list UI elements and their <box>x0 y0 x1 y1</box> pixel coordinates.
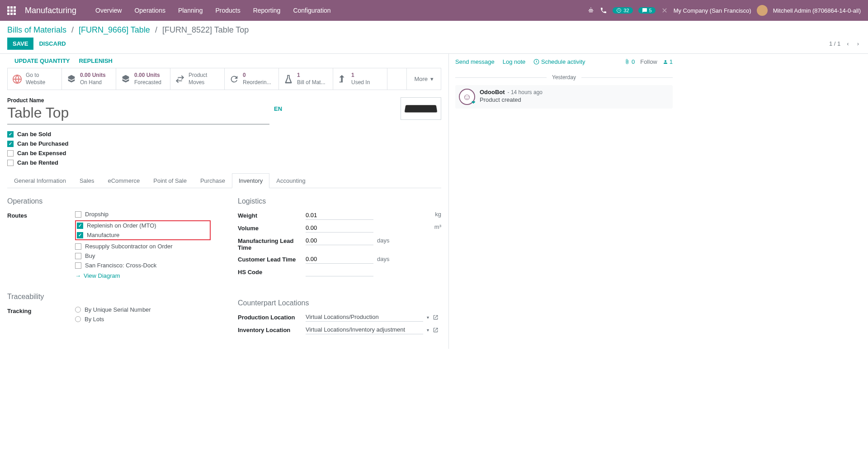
tab-purchase[interactable]: Purchase <box>193 173 232 188</box>
nav-menu: Overview Operations Planning Products Re… <box>90 3 336 18</box>
chk-mto[interactable] <box>77 223 83 229</box>
breadcrumb-mid[interactable]: [FURN_9666] Table <box>79 25 150 34</box>
radio-serial[interactable] <box>75 307 81 313</box>
stat-forecast[interactable]: 0.00 UnitsForecasted <box>116 68 170 90</box>
stat-bom[interactable]: 1Bill of Mat... <box>279 68 333 90</box>
chk-dropship[interactable] <box>75 211 81 218</box>
chk-resupply[interactable] <box>75 243 81 250</box>
tab-sales[interactable]: Sales <box>73 173 101 188</box>
replenish-button[interactable]: REPLENISH <box>79 57 113 64</box>
external-link-icon[interactable] <box>433 327 439 333</box>
form-tabs: General Information Sales eCommerce Poin… <box>7 173 441 188</box>
tab-general[interactable]: General Information <box>7 173 73 188</box>
follow-button[interactable]: Follow <box>640 58 657 65</box>
close-tray-icon[interactable] <box>661 7 668 14</box>
chat-count: 5 <box>649 8 652 13</box>
arrow-right-icon: → <box>75 272 81 279</box>
stat-onhand[interactable]: 0.00 UnitsOn Hand <box>62 68 116 90</box>
language-badge[interactable]: EN <box>274 105 282 112</box>
message-author: OdooBot <box>480 89 505 95</box>
message-content: Product created <box>480 96 669 103</box>
hs-input[interactable] <box>306 267 373 276</box>
pager-prev[interactable]: ‹ <box>845 38 850 49</box>
chatter-actions: Send message Log note Schedule activity … <box>455 58 673 70</box>
chat-badge[interactable]: 5 <box>638 7 656 14</box>
inventory-tab-content: Operations Routes Dropship Replenish on … <box>7 197 441 338</box>
action-row: UPDATE QUANTITY REPLENISH <box>7 54 441 68</box>
product-name-input[interactable] <box>7 104 269 124</box>
control-panel: Bills of Materials / [FURN_9666] Table /… <box>0 21 868 54</box>
phone-icon[interactable] <box>600 7 607 14</box>
timer-count: 32 <box>623 8 629 13</box>
attachment-count[interactable]: 0 <box>624 58 635 65</box>
tracking-label: Tracking <box>7 306 75 314</box>
stat-reorder[interactable]: 0Reorderin... <box>225 68 279 90</box>
cubes-icon <box>121 74 131 84</box>
tab-inventory[interactable]: Inventory <box>232 173 269 188</box>
discard-button[interactable]: DISCARD <box>33 38 71 50</box>
apps-icon[interactable] <box>7 6 16 15</box>
chk-manufacture[interactable] <box>77 232 83 238</box>
chk-crossdock[interactable] <box>75 262 81 269</box>
follower-count[interactable]: 1 <box>663 58 673 65</box>
stat-more[interactable]: More ▾ <box>406 68 441 90</box>
tab-pos[interactable]: Point of Sale <box>146 173 193 188</box>
bug-icon[interactable] <box>587 7 594 14</box>
pager-next[interactable]: › <box>855 38 861 49</box>
user-name[interactable]: Mitchell Admin (8706864-14-0-all) <box>773 7 861 14</box>
radio-lots[interactable] <box>75 316 81 322</box>
breadcrumb-root[interactable]: Bills of Materials <box>7 25 66 34</box>
log-note-button[interactable]: Log note <box>503 58 526 65</box>
chevron-down-icon: ▾ <box>430 76 434 82</box>
stat-moves[interactable]: ProductMoves <box>170 68 225 90</box>
timer-badge[interactable]: 32 <box>613 7 632 14</box>
mlt-input[interactable] <box>306 236 373 245</box>
schedule-activity-button[interactable]: Schedule activity <box>533 58 585 65</box>
chk-sold[interactable] <box>7 131 14 138</box>
weight-input[interactable] <box>306 211 373 220</box>
topnav-right: 32 5 My Company (San Francisco) Mitchell… <box>587 5 861 16</box>
traceability-title: Traceability <box>7 293 211 301</box>
external-link-icon[interactable] <box>433 314 439 320</box>
nav-overview[interactable]: Overview <box>90 3 127 18</box>
main-split: UPDATE QUANTITY REPLENISH Go toWebsite 0… <box>0 54 868 349</box>
nav-planning[interactable]: Planning <box>173 3 208 18</box>
globe-icon <box>12 74 22 84</box>
nav-products[interactable]: Products <box>210 3 245 18</box>
product-image[interactable] <box>401 97 441 120</box>
counterpart-title: Counterpart Locations <box>238 299 441 307</box>
chevron-down-icon[interactable]: ▾ <box>427 328 429 332</box>
clt-input[interactable] <box>306 255 373 264</box>
user-avatar[interactable] <box>757 5 768 16</box>
chevron-down-icon[interactable]: ▾ <box>427 315 429 320</box>
stat-usedin[interactable]: 1Used In <box>333 68 387 90</box>
nav-operations[interactable]: Operations <box>129 3 170 18</box>
save-button[interactable]: SAVE <box>7 38 33 50</box>
routes-label: Routes <box>7 211 75 219</box>
message-item: ☺ OdooBot - 14 hours ago Product created <box>455 85 673 109</box>
top-navbar: Manufacturing Overview Operations Planni… <box>0 0 868 21</box>
operations-col: Operations Routes Dropship Replenish on … <box>7 197 211 338</box>
stat-buttons: Go toWebsite 0.00 UnitsOn Hand 0.00 Unit… <box>7 68 441 90</box>
volume-input[interactable] <box>306 223 373 233</box>
inventory-location-select[interactable] <box>306 325 423 334</box>
breadcrumb-current: [FURN_8522] Table Top <box>162 25 249 34</box>
app-title: Manufacturing <box>25 6 76 15</box>
product-name-label: Product Name <box>7 97 441 104</box>
nav-configuration[interactable]: Configuration <box>288 3 336 18</box>
stat-website[interactable]: Go toWebsite <box>8 68 62 90</box>
tab-ecommerce[interactable]: eCommerce <box>101 173 146 188</box>
update-quantity-button[interactable]: UPDATE QUANTITY <box>14 57 70 64</box>
nav-reporting[interactable]: Reporting <box>248 3 286 18</box>
tab-accounting[interactable]: Accounting <box>269 173 312 188</box>
message-time: - 14 hours ago <box>508 89 542 95</box>
cubes-icon <box>66 74 76 84</box>
company-name[interactable]: My Company (San Francisco) <box>674 7 751 14</box>
chk-buy[interactable] <box>75 253 81 259</box>
send-message-button[interactable]: Send message <box>455 58 495 65</box>
chk-expensed[interactable] <box>7 150 14 157</box>
chk-purchased[interactable] <box>7 141 14 147</box>
view-diagram-link[interactable]: → View Diagram <box>75 272 120 279</box>
production-location-select[interactable] <box>306 313 423 322</box>
chk-rented[interactable] <box>7 160 14 166</box>
